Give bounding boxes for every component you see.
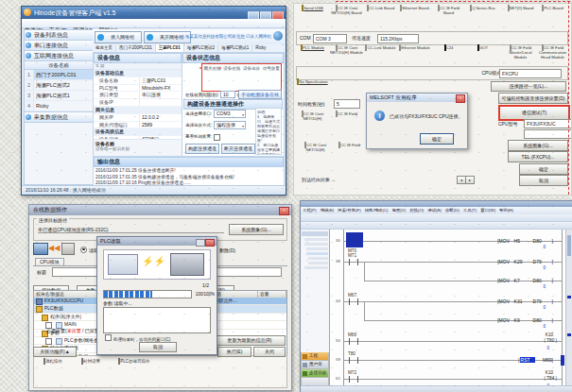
route-list-button[interactable]: 连接路径一览(L)...	[491, 81, 566, 92]
net2-board-item[interactable]: NET(II) Board	[504, 7, 537, 11]
ok-button[interactable]: 确定	[519, 163, 568, 175]
time-check-field[interactable]: 5	[334, 99, 360, 109]
manual-check-button[interactable]: 手动检测设备在线	[238, 90, 282, 99]
poll-checkbox[interactable]	[214, 134, 220, 141]
ccie-cont-module-item[interactable]: CC IE Cont NET/10(H) Module	[330, 46, 363, 56]
timer-coil[interactable]: ( T84 )	[544, 376, 557, 381]
remote-operation-item[interactable]: 远程操作	[34, 359, 72, 387]
project-tree[interactable]	[301, 230, 329, 337]
ethernet-module-item[interactable]: Ethernet Module	[398, 46, 431, 51]
prop-group[interactable]: 网关信息	[94, 107, 182, 114]
mov-instruction[interactable]: MOVK29D79	[497, 259, 553, 264]
no-contact[interactable]	[349, 259, 358, 265]
prop-group[interactable]: 设备基础信息	[94, 70, 182, 77]
speed-field[interactable]: 115.2Kbps	[377, 34, 419, 43]
nav-bar-user-library[interactable]: 用户库	[301, 361, 329, 369]
close-icon[interactable]	[205, 239, 215, 247]
vertical-scrollbar[interactable]	[565, 230, 572, 386]
mov-instruction[interactable]: MOVH5D80	[497, 238, 553, 244]
ccie-field-board-item[interactable]: CC IE Field Board	[432, 7, 465, 16]
ethernet-board-item[interactable]: Ethernet Board	[398, 7, 431, 11]
row-checkbox[interactable]	[45, 338, 52, 345]
table-row[interactable]: 2海澜PLC测试2	[25, 80, 93, 91]
com-field[interactable]: COM 3	[313, 34, 347, 43]
table-row[interactable]: 4Ricky	[25, 101, 93, 111]
cpu-mode-field[interactable]: FXCPU	[499, 69, 562, 78]
hinode-titlebar[interactable]: Hinode设备管理客户端 v1.5	[22, 7, 286, 19]
messagebox-title[interactable]: MELSOFT 应用程序×	[367, 94, 467, 102]
scrollbar-thumb[interactable]	[567, 235, 571, 256]
prop-row[interactable]: 设备IP	[94, 99, 182, 107]
tab-device-2-active[interactable]: 三菱PLC01	[156, 44, 184, 52]
tab-device-3[interactable]: 海澜PLC测试2	[184, 44, 218, 52]
minimize-icon[interactable]	[196, 239, 205, 247]
cancel-button[interactable]: 取消	[519, 175, 568, 186]
close-icon[interactable]: ×	[456, 94, 465, 103]
prop-row[interactable]: 网关代理端口2589	[94, 122, 182, 129]
gxworks-toolbar-row2[interactable]	[301, 222, 572, 230]
propertygrid-sort-bar[interactable]: ⇅ ▤	[94, 63, 182, 70]
no-contact[interactable]	[349, 376, 358, 383]
nav-bar-connection[interactable]: 连接目标	[301, 369, 329, 378]
close-icon[interactable]: ×	[279, 207, 289, 215]
execute-button[interactable]: 执行(E)	[217, 347, 251, 357]
timer-coil[interactable]: ( T80 )	[544, 338, 557, 343]
nav-bar-project[interactable]: 工程	[301, 352, 329, 361]
related-functions-button[interactable]: 关联功能(F)▲	[33, 347, 77, 357]
mov-instruction[interactable]: MOVK9D80	[497, 317, 553, 323]
interval-input[interactable]: 10	[220, 91, 235, 98]
prop-row[interactable]: 网关IP12.0.0.2	[94, 114, 182, 122]
prop-row[interactable]: PLC型号Mitsubishi-FX	[94, 85, 182, 93]
serial-usb-item[interactable]: Serial USB	[296, 7, 329, 11]
user-avatar-icon[interactable]	[273, 31, 283, 41]
prop-row[interactable]: 接口类型串口连接	[94, 92, 182, 99]
cclink-module-item[interactable]: CC-Link Module	[364, 46, 397, 51]
ccie-cont-board-item[interactable]: CC IE Cont NET/10(H) Board	[330, 7, 363, 16]
prop-group[interactable]: 设备高级信息	[94, 128, 182, 136]
prop-row[interactable]: 设备名称三菱PLC01	[94, 77, 182, 85]
tab-device-1[interactable]: 西门子200PLC01	[116, 44, 156, 52]
ccie-field-head-item[interactable]: CC IE Field Communication Head Module	[536, 46, 569, 60]
sidebar-item-serial[interactable]: 串口连接信息	[25, 41, 93, 51]
tab-overview[interactable]: 概览主页	[93, 44, 116, 52]
mov-instruction[interactable]: MOVK7D80	[497, 278, 553, 283]
system-image-button[interactable]: 系统图像(G)...	[508, 140, 568, 151]
tab-device-4[interactable]: 海澜PLC测试1	[218, 44, 252, 52]
plc-memory-item[interactable]: PLC存储器操作	[110, 359, 159, 387]
online-data-titlebar[interactable]: 在线数据操作×	[29, 205, 291, 215]
direct-connection-button[interactable]: 可编程控制器直接连接设置(D)	[498, 93, 568, 104]
got-item[interactable]: GOT	[466, 46, 499, 51]
progress-cancel-button[interactable]: 取消	[139, 342, 177, 352]
gxworks-menubar[interactable]: 工程(P)编辑(E)搜索/替换(F)转换/编译(C)视图(V)在线(O)调试(B…	[301, 207, 572, 214]
sidebar-item-device-list[interactable]: 设备列表信息	[25, 30, 93, 41]
tab-cpu-module[interactable]: CPU模块	[35, 258, 64, 265]
route-item[interactable]: CC IE Cont NET/10(H)	[296, 112, 329, 122]
c24-item[interactable]: C24	[432, 46, 465, 51]
table-row[interactable]: 1西门子200PLC01	[25, 70, 93, 80]
build-channel-button[interactable]: 构建连接通道	[185, 144, 219, 154]
no-contact[interactable]	[349, 298, 358, 305]
plc-module-item[interactable]: PLC Module	[296, 46, 329, 51]
progress-titlebar[interactable]: PLC读取	[97, 237, 217, 246]
progress-listbox[interactable]	[103, 307, 211, 333]
ccie-field-master-item[interactable]: CC IE Field Master/Local Module	[504, 46, 537, 60]
sidebar-item-collect-data[interactable]: 采集数据信息	[25, 111, 93, 123]
clock-setting-item[interactable]: 时钟设置	[72, 359, 110, 387]
port-combobox[interactable]: COM3▾	[214, 110, 246, 118]
close-button[interactable]: 关闭	[253, 347, 286, 357]
gxworks-toolbar-row1[interactable]	[301, 214, 572, 222]
mode-combobox[interactable]: 编程连接▾	[214, 121, 246, 129]
route-item[interactable]: CC IE Field	[330, 112, 363, 117]
system-image-button[interactable]: 系统图像(G)...	[229, 224, 284, 235]
tel-button[interactable]: TEL (FXCPU)...	[508, 151, 568, 162]
tab-device-5[interactable]: Ricky	[252, 44, 269, 52]
ladder-editor[interactable]: 30 M70 MOVH5D80 0 38 M71 MOVK29D79 0 MOV…	[330, 230, 566, 386]
route-item[interactable]: CC IE Cont NET/10(H)	[299, 144, 332, 153]
cclink-board-item[interactable]: CC-Link Board	[364, 7, 397, 11]
break-channel-button[interactable]: 断开连接通道	[221, 144, 255, 154]
plc-board-item[interactable]: PLC Board	[536, 7, 569, 11]
table-row[interactable]: 3海澜PLC测试1	[25, 91, 93, 101]
auto-close-checkbox-row[interactable]: 处理结束时，自动关闭窗口(C)	[105, 334, 170, 342]
rst-instruction[interactable]: RSTM69	[518, 357, 553, 363]
refresh-button[interactable]: 更新为最新的信息(R)	[214, 335, 286, 346]
